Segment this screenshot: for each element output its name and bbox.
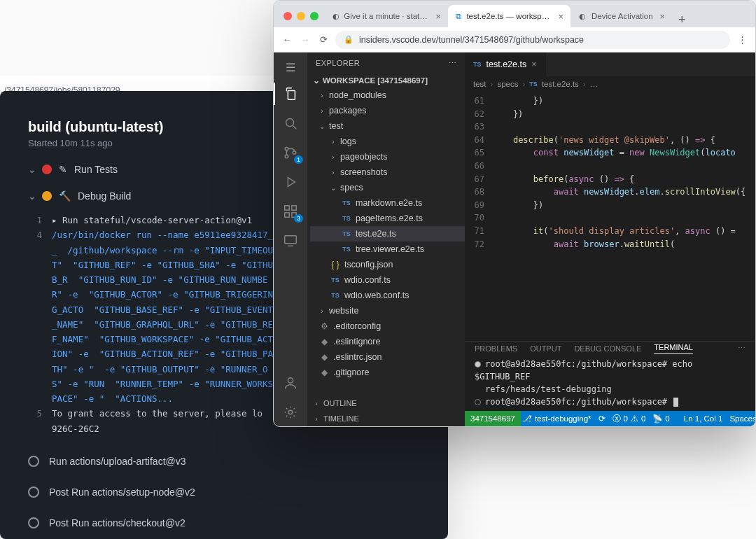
extensions-icon[interactable]: ⋮ [736, 34, 748, 45]
folder-node[interactable]: ›node_modules [310, 88, 465, 103]
tab-debug-console[interactable]: DEBUG CONSOLE [574, 344, 641, 353]
bullet-icon [475, 399, 481, 405]
browser-tab-active[interactable]: ⧉test.e2e.ts — workspace [347…× [448, 5, 570, 27]
error-icon: ⓧ [612, 414, 621, 424]
forward-icon[interactable]: → [299, 34, 312, 45]
outline-section[interactable]: ›OUTLINE [307, 396, 465, 411]
file-tree[interactable]: ›node_modules ›packages ⌄test ›logs ›pag… [307, 88, 465, 396]
file-node[interactable]: ◆.eslintignore [310, 334, 465, 349]
folder-node[interactable]: ›website [310, 303, 465, 318]
branch-indicator[interactable]: ⎇test-debugging* [522, 414, 592, 424]
file-node[interactable]: TSmarkdown.e2e.ts [310, 195, 465, 211]
close-icon[interactable]: × [660, 11, 666, 22]
bullet-icon [475, 361, 481, 368]
status-running-icon [42, 191, 52, 201]
github-icon: ◐ [578, 11, 587, 21]
explorer-sidebar: EXPLORER ⋯ ⌄WORKSPACE [3471548697] ›node… [307, 52, 465, 426]
folder-node[interactable]: ⌄test [310, 118, 465, 134]
file-node[interactable]: TStree.viewer.e2e.ts [310, 241, 465, 257]
cursor-position[interactable]: Ln 1, Col 1 [684, 414, 723, 423]
browser-window: ◐Give it a minute · stateful/vsco…× ⧉tes… [273, 0, 756, 427]
source-control-icon[interactable]: 1 [274, 139, 307, 167]
file-node[interactable]: ⚙.editorconfig [310, 318, 465, 334]
file-node[interactable]: TSwdio.web.conf.ts [310, 288, 465, 303]
svg-point-3 [293, 151, 296, 155]
circle-icon [28, 517, 39, 528]
close-icon[interactable]: × [531, 59, 536, 69]
remote-indicator[interactable]: 3471548697 [465, 411, 521, 426]
file-node[interactable]: ◆.gitignore [310, 365, 465, 380]
code-editor[interactable]: 61 }) 62 }) 63 64 describe('news widget … [465, 92, 755, 341]
chevron-down-icon: ⌄ [28, 190, 35, 202]
lock-icon: 🔒 [344, 35, 354, 44]
folder-node[interactable]: ⌄specs [310, 180, 465, 195]
account-icon[interactable] [274, 369, 307, 397]
new-tab-button[interactable]: + [672, 13, 692, 27]
branch-icon: ⎇ [522, 414, 532, 424]
address-bar[interactable]: 🔒 insiders.vscode.dev/tunnel/3471548697/… [335, 31, 730, 49]
editor-tab-active[interactable]: TStest.e2e.ts× [465, 52, 546, 76]
more-icon[interactable]: ⋯ [449, 59, 456, 68]
file-node-selected[interactable]: TStest.e2e.ts [310, 226, 465, 241]
vscode-app: ☰ 1 3 EXPLORER ⋯ ⌄WORKSPACE [3471548697]… [274, 52, 755, 426]
problems-indicator[interactable]: ⓧ0⚠0 [612, 414, 646, 424]
ports-indicator[interactable]: 📡0 [652, 414, 669, 424]
explorer-label: EXPLORER [316, 59, 360, 67]
folder-node[interactable]: ›logs [310, 134, 465, 149]
pencil-icon: ✎ [59, 164, 67, 175]
close-icon[interactable]: × [435, 11, 441, 22]
menu-icon[interactable]: ☰ [274, 57, 307, 78]
folder-node[interactable]: ›pageobjects [310, 149, 465, 164]
explorer-icon[interactable] [274, 80, 307, 108]
status-bar: 3471548697 ⎇test-debugging* ⟳ ⓧ0⚠0 📡0 Ln… [465, 411, 755, 426]
file-node[interactable]: ◆.eslintrc.json [310, 349, 465, 365]
svg-point-1 [285, 147, 288, 150]
tab-output[interactable]: OUTPUT [530, 344, 561, 353]
workspace-header[interactable]: ⌄WORKSPACE [3471548697] [307, 74, 465, 88]
remote-explorer-icon[interactable] [274, 227, 307, 255]
back-icon[interactable]: ← [281, 34, 293, 45]
file-node[interactable]: TSwdio.conf.ts [310, 272, 465, 288]
svg-rect-8 [285, 236, 297, 244]
file-node[interactable]: TSpageItems.e2e.ts [310, 211, 465, 226]
gear-icon[interactable] [274, 398, 307, 426]
terminal[interactable]: root@a9d28ae550fc:/github/workspace# ech… [465, 355, 755, 411]
pending-step[interactable]: Run actions/upload-artifact@v3 [28, 456, 420, 467]
close-icon[interactable]: × [558, 11, 564, 22]
breadcrumb[interactable]: test› specs› TS test.e2e.ts› … [465, 76, 755, 92]
tab-problems[interactable]: PROBLEMS [475, 344, 517, 353]
folder-node[interactable]: ›screenshots [310, 164, 465, 180]
step-label: Debug Build [78, 190, 131, 202]
svg-rect-4 [285, 206, 289, 210]
ext-badge: 3 [294, 214, 303, 223]
status-fail-icon [42, 164, 52, 174]
svg-point-2 [285, 155, 288, 158]
editor-group: TStest.e2e.ts× test› specs› TS test.e2e.… [465, 52, 755, 426]
run-debug-icon[interactable] [274, 168, 307, 196]
file-node[interactable]: { }tsconfig.json [310, 257, 465, 272]
more-icon[interactable]: ⋯ [738, 344, 746, 353]
url-text: insiders.vscode.dev/tunnel/3471548697/gi… [359, 35, 584, 45]
traffic-lights[interactable] [279, 12, 326, 27]
browser-tab[interactable]: ◐Device Activation× [570, 5, 672, 27]
indent-indicator[interactable]: Spaces: 2 [729, 414, 756, 423]
extensions-icon[interactable]: 3 [274, 197, 307, 225]
search-icon[interactable] [274, 109, 307, 137]
vscode-icon: ⧉ [455, 11, 462, 21]
svg-point-10 [288, 410, 293, 414]
sync-button[interactable]: ⟳ [598, 414, 606, 424]
step-label: Run Tests [74, 164, 118, 175]
timeline-section[interactable]: ›TIMELINE [307, 411, 465, 426]
github-icon: ◐ [332, 11, 340, 21]
reload-icon[interactable]: ⟳ [317, 34, 330, 45]
browser-tab[interactable]: ◐Give it a minute · stateful/vsco…× [326, 5, 448, 27]
svg-rect-5 [292, 206, 296, 210]
pending-step[interactable]: Post Run actions/checkout@v2 [28, 517, 420, 528]
folder-node[interactable]: ›packages [310, 103, 465, 118]
editor-tabs: TStest.e2e.ts× [465, 52, 755, 76]
pending-step[interactable]: Post Run actions/setup-node@v2 [28, 486, 420, 498]
svg-point-9 [288, 378, 293, 383]
svg-rect-6 [285, 213, 289, 217]
tab-terminal[interactable]: TERMINAL [654, 343, 693, 354]
warning-icon: ⚠ [631, 414, 638, 424]
